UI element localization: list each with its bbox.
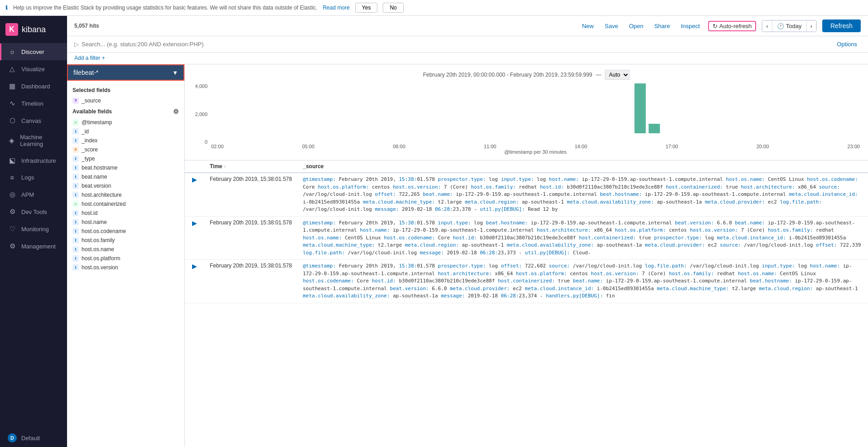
field-item-host-name[interactable]: t host.name [67, 218, 184, 227]
expand-button[interactable]: ▶ [190, 262, 199, 270]
field-name: beat.hostname [82, 165, 117, 171]
sort-icon: ↑ [224, 164, 226, 169]
available-heading-text: Available fields [72, 108, 112, 115]
field-type-icon: t [72, 192, 79, 198]
search-input[interactable] [82, 41, 833, 48]
add-filter-button[interactable]: Add a filter + [74, 55, 105, 61]
field-item-index[interactable]: t _index [67, 136, 184, 145]
expand-button[interactable]: ▶ [190, 176, 199, 183]
field-type-icon: t [72, 155, 79, 162]
sidebar-item-logs[interactable]: ≡ Logs [0, 169, 67, 186]
sidebar-item-apm[interactable]: ◎ APM [0, 186, 67, 203]
field-item-type[interactable]: t _type [67, 154, 184, 163]
x-label-14: 14:00 [575, 144, 588, 149]
prev-time-button[interactable]: ‹ [762, 20, 772, 32]
sidebar-item-dashboard[interactable]: ▦ Dashboard [0, 78, 67, 95]
options-button[interactable]: Options [833, 39, 861, 49]
field-item-host-id[interactable]: t host.id [67, 209, 184, 218]
info-icon: ℹ [5, 5, 8, 11]
field-item-timestamp[interactable]: ○ @timestamp [67, 118, 184, 127]
sidebar-item-monitoring[interactable]: ♡ Monitoring [0, 220, 67, 238]
field-name: _type [82, 155, 95, 162]
fields-section: Selected fields ? _source Available fiel… [67, 81, 184, 447]
field-type-icon: t [72, 174, 79, 180]
notice-link[interactable]: Read more [323, 5, 349, 11]
yes-button[interactable]: Yes [355, 3, 378, 13]
col-expand [185, 160, 204, 173]
field-item-host-os-codename[interactable]: t host.os.codename [67, 227, 184, 236]
sidebar-item-label: Timelion [21, 100, 43, 107]
chart-interval-select[interactable]: Auto [605, 70, 630, 80]
hits-count: 5,057 hits [74, 23, 99, 29]
toolbar-actions: New Save Open Share Inspect ↻ Auto-refre… [579, 19, 861, 32]
sidebar-item-discover[interactable]: ○ Discover [0, 44, 67, 60]
field-item-host-arch[interactable]: t host.architecture [67, 190, 184, 199]
auto-refresh-area[interactable]: ↻ Auto-refresh [708, 21, 757, 31]
notice-text: Help us improve the Elastic Stack by pro… [13, 5, 317, 11]
sidebar-item-label: Dashboard [21, 83, 50, 90]
monitoring-icon: ♡ [8, 225, 17, 233]
sidebar-item-label: Discover [21, 49, 44, 55]
right-panel: February 20th 2019, 00:00:00.000 - Febru… [185, 64, 868, 447]
field-name: host.architecture [82, 192, 122, 198]
field-type-icon: t [72, 165, 79, 171]
table-body: ▶February 20th 2019, 15:38:01.578@timest… [185, 173, 868, 303]
new-button[interactable]: New [579, 21, 597, 31]
no-button[interactable]: No [383, 3, 403, 13]
search-bar: ▷ Options [67, 36, 868, 53]
sidebar-item-visualize[interactable]: △ Visualize [0, 60, 67, 78]
field-item-host-os-platform[interactable]: t host.os.platform [67, 254, 184, 263]
sidebar-item-label: Machine Learning [20, 134, 61, 147]
col-time-header[interactable]: Time ↑ [204, 160, 297, 173]
expand-cell: ▶ [185, 260, 204, 303]
field-item-id[interactable]: t _id [67, 127, 184, 136]
field-item-host-os-name[interactable]: t host.os.name [67, 245, 184, 254]
field-name: beat.name [82, 174, 107, 180]
logo-icon: K [5, 23, 18, 36]
inspect-button[interactable]: Inspect [678, 21, 703, 31]
sidebar-item-canvas[interactable]: ⬡ Canvas [0, 112, 67, 129]
field-item-score[interactable]: # _score [67, 145, 184, 154]
today-button[interactable]: 🕐 Today [772, 20, 806, 32]
field-name: beat.version [82, 183, 111, 189]
source-cell: @timestamp: February 20th 2019, 15:38:01… [297, 173, 868, 216]
refresh-button[interactable]: Refresh [822, 19, 861, 32]
save-button[interactable]: Save [602, 21, 621, 31]
share-button[interactable]: Share [651, 21, 673, 31]
field-type-icon: t [72, 137, 79, 144]
next-time-button[interactable]: › [806, 20, 816, 32]
field-item-beat-hostname[interactable]: t beat.hostname [67, 163, 184, 172]
field-item-host-containerized[interactable]: ○ host.containerized [67, 199, 184, 209]
field-item-beat-version[interactable]: t beat.version [67, 181, 184, 190]
expand-button[interactable]: ▶ [190, 219, 199, 227]
sidebar-item-infrastructure[interactable]: ⬕ Infrastructure [0, 152, 67, 169]
field-item-source[interactable]: ? _source [67, 96, 184, 105]
notice-bar: ℹ Help us improve the Elastic Stack by p… [0, 0, 868, 16]
field-name: host.os.version [82, 264, 118, 271]
sidebar-item-label: APM [21, 191, 34, 198]
sidebar-item-timelion[interactable]: ∿ Timelion [0, 95, 67, 112]
fields-settings-icon[interactable]: ⚙ [173, 108, 179, 115]
filter-row: Add a filter + [67, 53, 868, 64]
field-name: host.os.codename [82, 228, 126, 234]
field-name: host.os.family [82, 237, 115, 243]
ml-icon: ◈ [8, 136, 15, 145]
available-fields-heading: Available fields ⚙ [67, 105, 184, 118]
sidebar-item-devtools[interactable]: ⚙ Dev Tools [0, 203, 67, 220]
field-item-host-os-family[interactable]: t host.os.family [67, 236, 184, 245]
sidebar-item-machine-learning[interactable]: ◈ Machine Learning [0, 129, 67, 152]
chart-x-axis-label: @timestamp per 30 minutes [210, 149, 861, 155]
field-item-host-os-version[interactable]: t host.os.version [67, 263, 184, 272]
field-item-beat-name[interactable]: t beat.name [67, 172, 184, 181]
index-selector[interactable]: filebeat-* ▼ [67, 64, 184, 81]
sidebar-item-label: Infrastructure [21, 157, 56, 164]
sidebar-item-default[interactable]: D Default [0, 429, 67, 447]
open-button[interactable]: Open [626, 21, 646, 31]
chart-x-labels: 02:00 05:00 08:00 11:00 14:00 17:00 20:0… [210, 144, 861, 149]
field-type-icon: t [72, 219, 79, 225]
x-label-11: 11:00 [484, 144, 497, 149]
sidebar-item-management[interactable]: ⚙ Management [0, 238, 67, 255]
x-label-08: 08:00 [393, 144, 405, 149]
field-type-icon: t [72, 237, 79, 243]
sidebar-item-label: Canvas [21, 117, 41, 124]
